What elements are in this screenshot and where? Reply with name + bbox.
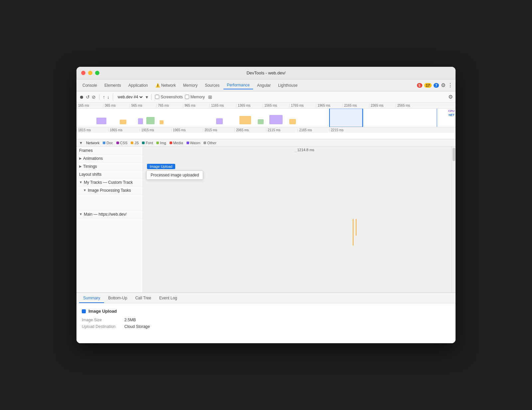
- image-size-value: 2.5MB: [124, 318, 136, 322]
- track-label-custom-track[interactable]: ▼ My Tracks — Custom Track: [76, 178, 143, 186]
- profile-selector[interactable]: web.dev #4: [116, 94, 144, 100]
- vertical-scrollbar[interactable]: [452, 147, 456, 292]
- more-icon[interactable]: ⋮: [448, 82, 453, 88]
- tab-elements[interactable]: Elements: [101, 82, 124, 89]
- screenshots-checkbox[interactable]: [155, 95, 159, 99]
- settings-icon[interactable]: ⚙: [441, 82, 446, 88]
- network-label: Network: [86, 141, 99, 145]
- mini-timeline[interactable]: CPU NET: [76, 109, 456, 127]
- toolbar: ⏺ ↺ ⊘ ↑ ↓ web.dev #4 ▾ Screenshots Memor…: [76, 91, 456, 103]
- timeline-marker-start: [329, 109, 330, 127]
- ruler-item: 2165 ms: [342, 104, 369, 107]
- yellow-bar-2: [356, 219, 356, 236]
- img-color: [156, 142, 159, 144]
- summary-event-name: Image Upload: [88, 309, 117, 314]
- ruler2-item: 1815 ms: [76, 128, 108, 132]
- memory-checkbox-label: Memory: [185, 95, 205, 99]
- frames-ellipsis: ...: [294, 149, 297, 153]
- ruler-item: 965 ms: [183, 104, 209, 107]
- traffic-lights: [81, 71, 99, 75]
- tab-console[interactable]: Console: [79, 82, 100, 89]
- timings-row[interactable]: Image Upload Processed image uploaded: [143, 162, 452, 179]
- timeline-marker-end: [362, 109, 363, 127]
- titlebar: DevTools - web.dev/: [76, 67, 456, 79]
- timings-toggle[interactable]: ▶: [79, 164, 82, 168]
- ruler2-item: 2015 ms: [203, 128, 234, 132]
- errors-badge: 5: [417, 83, 422, 88]
- tab-network[interactable]: ⚠️ Network: [152, 82, 179, 89]
- clear-button[interactable]: ⊘: [92, 94, 96, 100]
- ruler2-item: 2215 ms: [329, 128, 361, 132]
- legend-doc: Doc: [103, 141, 113, 145]
- timeline-overview: 165 ms 365 ms 565 ms 765 ms 965 ms 1165 …: [76, 103, 456, 139]
- summary-color-swatch: [82, 309, 86, 313]
- gear-icon[interactable]: ⚙: [448, 94, 453, 100]
- ruler-item: 365 ms: [103, 104, 130, 107]
- scrollbar-thumb[interactable]: [453, 148, 455, 161]
- track-label-image-processing[interactable]: ▼ Image Processing Tasks: [76, 186, 143, 194]
- custom-track-toggle[interactable]: ▼: [79, 180, 82, 184]
- ruler2-item: 1865 ms: [108, 128, 140, 132]
- devtools-window: DevTools - web.dev/ Console Elements App…: [76, 67, 456, 343]
- record-button[interactable]: ⏺: [79, 94, 84, 100]
- js-color: [131, 142, 133, 144]
- doc-color: [103, 142, 105, 144]
- screenshot-mode-icon[interactable]: ⊞: [208, 94, 212, 100]
- cpu-bar: [120, 120, 126, 124]
- net-label: NET: [449, 113, 455, 117]
- tab-performance[interactable]: Performance: [223, 81, 253, 89]
- upload-dest-key: Upload Destination: [82, 324, 122, 329]
- toolbar-separator-2: [113, 94, 113, 100]
- cpu-bar: [146, 117, 155, 124]
- ruler-item: 1365 ms: [236, 104, 263, 107]
- upload-button[interactable]: ↑: [103, 94, 105, 100]
- toolbar-separator: [99, 94, 99, 100]
- timeline-selection: [329, 109, 362, 127]
- reload-button[interactable]: ↺: [86, 94, 90, 100]
- tab-angular[interactable]: Angular: [254, 82, 274, 89]
- other-color: [203, 142, 206, 144]
- cpu-bar: [216, 118, 223, 124]
- main-toggle[interactable]: ▼: [79, 212, 82, 216]
- tab-summary[interactable]: Summary: [79, 294, 104, 303]
- wasm-color: [187, 142, 189, 144]
- tracks-area: Frames ▶ Animations ▶ Timings Layout shi…: [76, 147, 456, 293]
- track-label-main[interactable]: ▼ Main — https://web.dev/: [76, 210, 143, 218]
- network-legend: ▼ Network Doc CSS JS Font Img Media Wasm: [76, 139, 456, 147]
- ruler-item: 2565 ms: [396, 104, 422, 107]
- image-upload-badge[interactable]: Image Upload: [147, 164, 175, 169]
- ruler2-item: 2115 ms: [266, 128, 298, 132]
- tab-application[interactable]: Application: [125, 82, 151, 89]
- animations-label: Animations: [83, 156, 103, 161]
- download-button[interactable]: ↓: [107, 94, 109, 100]
- tab-event-log[interactable]: Event Log: [155, 294, 181, 303]
- animations-row: [143, 154, 452, 162]
- window-title: DevTools - web.dev/: [246, 70, 285, 75]
- tab-sources[interactable]: Sources: [201, 82, 223, 89]
- image-upload-tooltip: Processed image uploaded: [146, 170, 203, 180]
- chevron-down-icon[interactable]: ▾: [146, 94, 148, 100]
- track-label-timings[interactable]: ▶ Timings: [76, 162, 143, 170]
- tab-lighthouse[interactable]: Lighthouse: [275, 82, 301, 89]
- upload-dest-value: Cloud Storage: [124, 324, 150, 329]
- summary-title: Image Upload: [82, 309, 450, 314]
- ruler2-item: 1965 ms: [171, 128, 203, 132]
- image-processing-toggle[interactable]: ▼: [83, 188, 86, 192]
- close-button[interactable]: [81, 71, 85, 75]
- cpu-bar: [138, 118, 143, 124]
- cpu-bar: [239, 116, 251, 124]
- ruler-item: 2365 ms: [369, 104, 396, 107]
- track-label-animations[interactable]: ▶ Animations: [76, 154, 143, 162]
- maximize-button[interactable]: [95, 71, 99, 75]
- animations-toggle[interactable]: ▶: [79, 156, 82, 160]
- tab-bottom-up[interactable]: Bottom-Up: [104, 294, 131, 303]
- tab-call-tree[interactable]: Call Tree: [131, 294, 155, 303]
- main-label: Main — https://web.dev/: [84, 212, 127, 217]
- tab-memory[interactable]: Memory: [180, 82, 201, 89]
- timings-label: Timings: [83, 164, 97, 169]
- memory-checkbox[interactable]: [185, 95, 189, 99]
- timeline-marker-2: [437, 109, 437, 127]
- network-toggle[interactable]: ▼: [79, 141, 83, 145]
- custom-track-row: [143, 187, 452, 195]
- minimize-button[interactable]: [88, 71, 92, 75]
